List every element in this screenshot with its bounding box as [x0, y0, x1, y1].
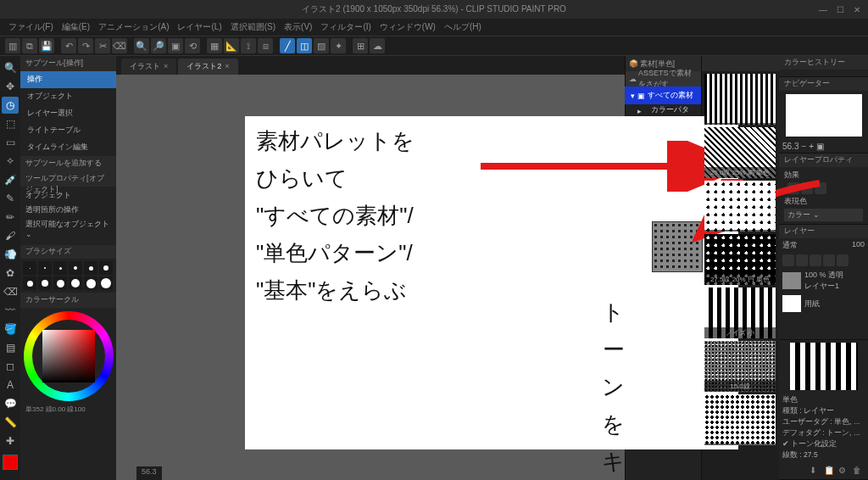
cut-icon[interactable]: ✂ [95, 38, 110, 53]
doc-tab-1[interactable]: イラスト× [121, 59, 176, 75]
air-tool[interactable]: 💨 [2, 246, 19, 263]
pencil-tool[interactable]: ✏ [2, 209, 19, 226]
material-thumb[interactable] [704, 394, 776, 445]
balloon-tool[interactable]: 💬 [2, 395, 19, 412]
menu-select[interactable]: 選択範囲(S) [227, 20, 279, 35]
automask-tool[interactable]: ✧ [2, 153, 19, 170]
fit-icon[interactable]: ▣ [168, 38, 183, 53]
navigator-thumb[interactable] [786, 94, 862, 137]
menu-filter[interactable]: フィルター(I) [317, 20, 374, 35]
blend-tool[interactable]: 〰 [2, 302, 19, 319]
cloud-icon[interactable]: ☁ [370, 38, 385, 53]
zoom-in-icon[interactable]: + [809, 142, 814, 151]
erase-icon[interactable]: ⌫ [112, 38, 127, 53]
layer-icon[interactable] [810, 254, 821, 266]
zoom-fit-icon[interactable]: ▣ [816, 142, 824, 151]
deco-tool[interactable]: ✿ [2, 265, 19, 282]
grad-tool[interactable]: ▤ [2, 339, 19, 356]
layer-icon[interactable] [796, 254, 808, 266]
snap-special-icon[interactable]: ✦ [331, 38, 346, 53]
marquee-tool[interactable]: ▭ [2, 134, 19, 151]
layer-icon[interactable] [837, 254, 849, 266]
snap1-icon[interactable]: ⟟ [241, 38, 256, 53]
menu-layer[interactable]: レイヤー(L) [174, 20, 225, 35]
move-tool[interactable]: ✥ [2, 78, 19, 95]
subtool-panel-title: サブツール[操作] [20, 56, 116, 71]
opacity-value[interactable]: 100 [852, 240, 865, 251]
layer-icon[interactable] [823, 254, 835, 266]
add-subtool-button[interactable]: サブツールを追加する [20, 156, 116, 171]
rotate-icon[interactable]: ⟲ [185, 38, 200, 53]
paper-row[interactable]: 用紙 [779, 293, 868, 314]
menu-help[interactable]: ヘルプ(H) [441, 20, 485, 35]
subtool-lighttable[interactable]: ライトテーブル [20, 122, 116, 139]
open-icon[interactable]: ⧉ [22, 38, 37, 53]
subtool-object[interactable]: オブジェクト [20, 88, 116, 105]
material-thumb[interactable] [704, 74, 776, 125]
main-toolbar: ▥ ⧉ 💾 ↶ ↷ ✂ ⌫ 🔍 🔎 ▣ ⟲ ▦ 📐 ⟟ ⧇ ╱ ◫ ▨ ✦ ⊞ … [0, 36, 868, 56]
ruler-icon[interactable]: 📐 [224, 38, 239, 53]
text-tool[interactable]: A [2, 377, 19, 393]
menu-anim[interactable]: アニメーション(A) [95, 20, 172, 35]
gear-icon[interactable]: ⚙ [838, 466, 850, 477]
save-icon[interactable]: 💾 [39, 38, 54, 53]
zoom-out-icon[interactable]: − [801, 142, 806, 151]
brushsize-grid[interactable] [20, 259, 116, 293]
trash-icon[interactable]: 🗑 [853, 466, 865, 477]
foreground-swatch[interactable] [3, 455, 18, 470]
dropper-tool[interactable]: 💉 [2, 171, 19, 188]
material-preview [790, 343, 858, 390]
snap2-icon[interactable]: ⧇ [258, 38, 273, 53]
snap-line-icon[interactable]: ╱ [280, 38, 295, 53]
menu-file[interactable]: ファイル(F) [5, 20, 57, 35]
close-button[interactable]: ✕ [849, 3, 865, 15]
eraser-tool[interactable]: ⌫ [2, 283, 19, 300]
menu-window[interactable]: ウィンドウ(W) [376, 20, 439, 35]
layer-icon[interactable] [782, 254, 794, 266]
new-icon[interactable]: ▥ [5, 38, 20, 53]
layermove-tool[interactable]: ⬚ [2, 115, 19, 132]
subtool-operation[interactable]: 操作 [20, 71, 116, 88]
redo-icon[interactable]: ↷ [78, 38, 93, 53]
material-thumb[interactable] [704, 181, 776, 232]
magnify-tool[interactable]: 🔍 [2, 59, 19, 76]
minimize-button[interactable]: — [815, 3, 831, 15]
toolprop-row-selectable[interactable]: 選択可能なオブジェクト ⌄ [25, 219, 111, 238]
material-thumbs: 25.0線 25% 網 単色 27.5線 20% 円 単色 ノイズ 小 15.0… [701, 56, 779, 480]
fill-tool[interactable]: 🪣 [2, 321, 19, 338]
grid-icon[interactable]: ▦ [207, 38, 222, 53]
doc-tab-2[interactable]: イラスト2× [178, 59, 237, 75]
download-icon[interactable]: ⬇ [810, 466, 821, 477]
toolprop-row-transparent[interactable]: 透明箇所の操作 [25, 204, 111, 215]
paste-icon[interactable]: 📋 [824, 466, 836, 477]
operation-tool[interactable]: ◷ [2, 97, 19, 114]
undo-icon[interactable]: ↶ [61, 38, 76, 53]
zoom-in-icon[interactable]: 🔍 [134, 38, 149, 53]
title-bar: イラスト2 (1900 x 1050px 350dpi 56.3%) - CLI… [0, 0, 868, 19]
snap-grid-icon[interactable]: ▨ [314, 38, 329, 53]
material-thumb[interactable]: ノイズ 小 [704, 287, 776, 338]
material-thumb[interactable]: 27.5線 20% 円 単色 [704, 234, 776, 285]
menu-view[interactable]: 表示(V) [281, 20, 315, 35]
layer-row[interactable]: 100 % 透明 レイヤー1 [779, 268, 868, 293]
menu-edit[interactable]: 編集(E) [58, 20, 93, 35]
close-icon[interactable]: × [225, 62, 229, 70]
ruler-tool[interactable]: 📏 [2, 414, 19, 431]
material-thumb[interactable]: 25.0線 25% 網 単色 [704, 127, 776, 178]
pen-tool[interactable]: ✎ [2, 190, 19, 207]
zoom-out-icon[interactable]: 🔎 [151, 38, 166, 53]
shape-tool[interactable]: ◻ [2, 358, 19, 375]
tree-all-materials[interactable]: ▾ ▣ すべての素材 [626, 88, 701, 103]
subtool-layersel[interactable]: レイヤー選択 [20, 105, 116, 122]
maximize-button[interactable]: ☐ [832, 3, 848, 15]
close-icon[interactable]: × [164, 62, 168, 70]
material-thumb[interactable]: 15.0線 [704, 341, 776, 392]
snap-persp-icon[interactable]: ◫ [297, 38, 312, 53]
brush-tool[interactable]: 🖌 [2, 227, 19, 244]
correct-tool[interactable]: ✚ [2, 433, 19, 449]
toolprop-panel-title: ツールプロパティ[オブジェクト] [20, 171, 116, 187]
assets-search[interactable]: ☁ ASSETSで素材をさがす [626, 71, 701, 87]
subtool-timeline[interactable]: タイムライン編集 [20, 139, 116, 156]
color-circle[interactable] [24, 311, 114, 401]
assist-icon[interactable]: ⊞ [353, 38, 368, 53]
